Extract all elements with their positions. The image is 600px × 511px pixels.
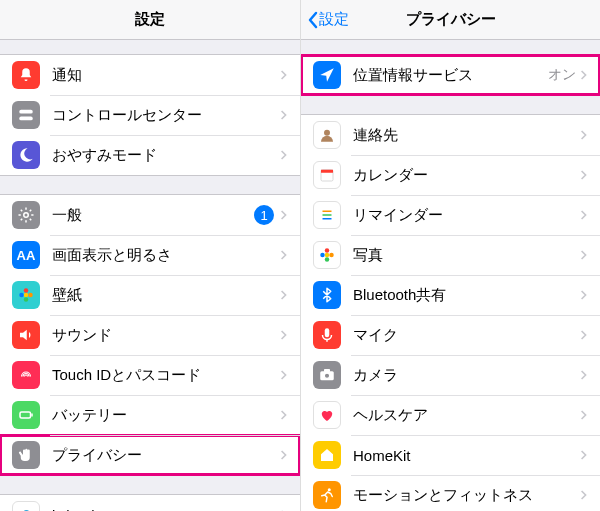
svg-rect-0 <box>19 110 33 114</box>
settings-group: 位置情報サービスオン <box>301 54 600 96</box>
svg-rect-12 <box>321 170 333 173</box>
switches-icon <box>12 101 40 129</box>
badge: 1 <box>254 205 274 225</box>
chevron-right-icon <box>580 249 588 261</box>
row-calendar[interactable]: カレンダー <box>301 155 600 195</box>
row-label: 一般 <box>52 206 254 225</box>
chevron-right-icon <box>280 249 288 261</box>
flower-icon <box>12 281 40 309</box>
chevron-right-icon <box>280 69 288 81</box>
chevron-right-icon <box>580 209 588 221</box>
row-bt-share[interactable]: Bluetooth共有 <box>301 275 600 315</box>
row-control-center[interactable]: コントロールセンター <box>0 95 300 135</box>
svg-rect-1 <box>19 117 33 121</box>
chevron-right-icon <box>580 409 588 421</box>
svg-point-17 <box>325 248 330 253</box>
svg-point-18 <box>325 257 330 262</box>
row-privacy[interactable]: プライバシー <box>0 435 300 475</box>
row-label: プライバシー <box>52 446 280 465</box>
settings-root-pane: 設定 通知コントロールセンターおやすみモード一般1AA画面表示と明るさ壁紙サウン… <box>0 0 300 511</box>
svg-point-5 <box>24 297 29 302</box>
svg-point-2 <box>24 213 29 218</box>
mic-icon <box>313 321 341 349</box>
row-motion[interactable]: モーションとフィットネス <box>301 475 600 511</box>
row-camera[interactable]: カメラ <box>301 355 600 395</box>
nav-title: 設定 <box>135 10 165 29</box>
svg-rect-21 <box>325 328 330 337</box>
row-label: 位置情報サービス <box>353 66 548 85</box>
svg-point-25 <box>328 488 331 491</box>
gear-icon <box>12 201 40 229</box>
chevron-right-icon <box>280 209 288 221</box>
chevron-right-icon <box>280 289 288 301</box>
row-label: 連絡先 <box>353 126 580 145</box>
row-label: モーションとフィットネス <box>353 486 580 505</box>
chevron-right-icon <box>580 69 588 81</box>
speaker-icon <box>12 321 40 349</box>
settings-group: 一般1AA画面表示と明るさ壁紙サウンドTouch IDとパスコードバッテリープラ… <box>0 194 300 476</box>
hand-icon <box>12 441 40 469</box>
navbar-right: 設定 プライバシー <box>301 0 600 40</box>
row-label: Touch IDとパスコード <box>52 366 280 385</box>
row-label: 写真 <box>353 246 580 265</box>
contact-icon <box>313 121 341 149</box>
row-sound[interactable]: サウンド <box>0 315 300 355</box>
svg-point-6 <box>19 293 24 298</box>
row-label: リマインダー <box>353 206 580 225</box>
row-display[interactable]: AA画面表示と明るさ <box>0 235 300 275</box>
bluetooth-icon <box>313 281 341 309</box>
row-location[interactable]: 位置情報サービスオン <box>301 55 600 95</box>
row-touchid[interactable]: Touch IDとパスコード <box>0 355 300 395</box>
svg-point-16 <box>325 253 330 258</box>
row-label: マイク <box>353 326 580 345</box>
chevron-right-icon <box>580 489 588 501</box>
row-label: Bluetooth共有 <box>353 286 580 305</box>
back-button[interactable]: 設定 <box>307 0 349 39</box>
cloud-icon <box>12 501 40 511</box>
svg-point-20 <box>329 253 334 258</box>
row-photos[interactable]: 写真 <box>301 235 600 275</box>
chevron-right-icon <box>580 329 588 341</box>
chevron-right-icon <box>580 169 588 181</box>
row-label: バッテリー <box>52 406 280 425</box>
svg-rect-9 <box>31 414 33 417</box>
svg-point-19 <box>320 253 325 258</box>
row-general[interactable]: 一般1 <box>0 195 300 235</box>
home-icon <box>313 441 341 469</box>
row-label: ヘルスケア <box>353 406 580 425</box>
svg-rect-8 <box>20 412 31 418</box>
navbar-left: 設定 <box>0 0 300 40</box>
moon-icon <box>12 141 40 169</box>
row-health[interactable]: ヘルスケア <box>301 395 600 435</box>
row-contacts[interactable]: 連絡先 <box>301 115 600 155</box>
row-homekit[interactable]: HomeKit <box>301 435 600 475</box>
row-label: おやすみモード <box>52 146 280 165</box>
heart-icon <box>313 401 341 429</box>
svg-point-7 <box>28 293 33 298</box>
settings-group: iCloud <box>0 494 300 511</box>
chevron-right-icon <box>280 409 288 421</box>
chevron-right-icon <box>280 449 288 461</box>
runner-icon <box>313 481 341 509</box>
svg-point-3 <box>24 293 29 298</box>
row-icloud[interactable]: iCloud <box>0 495 300 511</box>
fingerprint-icon <box>12 361 40 389</box>
row-label: カレンダー <box>353 166 580 185</box>
row-label: iCloud <box>52 507 280 512</box>
row-reminders[interactable]: リマインダー <box>301 195 600 235</box>
row-label: 壁紙 <box>52 286 280 305</box>
svg-point-23 <box>324 373 329 378</box>
chevron-right-icon <box>280 109 288 121</box>
chevron-right-icon <box>280 329 288 341</box>
row-dnd[interactable]: おやすみモード <box>0 135 300 175</box>
row-mic[interactable]: マイク <box>301 315 600 355</box>
row-label: HomeKit <box>353 447 580 464</box>
battery-icon <box>12 401 40 429</box>
row-label: 画面表示と明るさ <box>52 246 280 265</box>
chevron-right-icon <box>580 369 588 381</box>
row-label: サウンド <box>52 326 280 345</box>
camera-icon <box>313 361 341 389</box>
row-notifications[interactable]: 通知 <box>0 55 300 95</box>
row-battery[interactable]: バッテリー <box>0 395 300 435</box>
row-wallpaper[interactable]: 壁紙 <box>0 275 300 315</box>
